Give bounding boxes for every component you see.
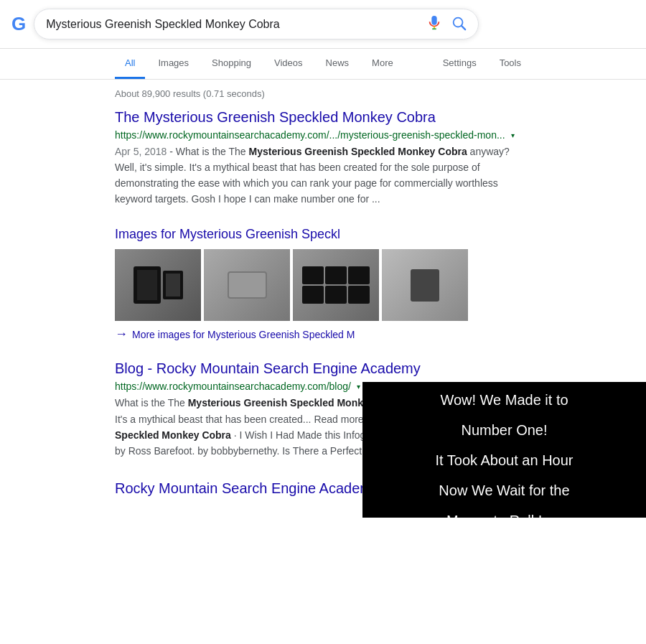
result-snippet-text: - What is the The Mysterious Greenish Sp… — [115, 146, 510, 205]
dropdown-arrow-blog-icon[interactable]: ▾ — [357, 383, 360, 391]
image-thumb-4[interactable] — [382, 249, 468, 321]
video-line-4: Now We Wait for the — [436, 480, 574, 501]
video-line-5: Money to Roll In... — [436, 510, 574, 518]
results-count: About 89,900 results (0.71 seconds) — [0, 80, 646, 108]
nav-item-videos[interactable]: Videos — [264, 49, 313, 79]
svg-line-3 — [462, 26, 465, 29]
video-overlay: Wow! We Made it to Number One! It Took A… — [362, 382, 646, 518]
result-snippet: Apr 5, 2018 - What is the The Mysterious… — [115, 144, 531, 207]
table-row: The Mysterious Greenish Speckled Monkey … — [115, 108, 531, 207]
mic-icon[interactable] — [426, 15, 442, 33]
result-link-blog[interactable]: Blog - Rocky Mountain Search Engine Acad… — [115, 360, 421, 376]
arrow-right-icon: → — [115, 327, 128, 342]
result-url: https://www.rockymountainsearchacademy.c… — [115, 129, 531, 141]
images-section: Images for Mysterious Greenish Speckl — [115, 227, 531, 342]
image-thumb-3[interactable] — [293, 249, 379, 321]
nav-item-all[interactable]: All — [115, 49, 145, 79]
result-title: The Mysterious Greenish Speckled Monkey … — [115, 108, 531, 126]
more-images-link[interactable]: → More images for Mysterious Greenish Sp… — [115, 327, 531, 342]
images-section-title[interactable]: Images for Mysterious Greenish Speckl — [115, 227, 531, 242]
results-count-text: About 89,900 results (0.71 seconds) — [115, 88, 265, 99]
google-logo: G — [11, 13, 25, 35]
results-area: Wow! We Made it to Number One! It Took A… — [0, 108, 646, 498]
header: G Mysterious Greenish Speckled Monkey Co… — [0, 0, 646, 49]
video-line-2: Number One! — [436, 419, 574, 441]
more-images-text: More images for Mysterious Greenish Spec… — [132, 329, 355, 340]
nav-item-more[interactable]: More — [362, 49, 403, 79]
video-line-3: It Took About an Hour — [436, 449, 574, 471]
video-line-1: Wow! We Made it to — [436, 389, 574, 411]
image-thumb-1[interactable] — [115, 249, 201, 321]
result-url-blog-text: https://www.rockymountainsearchacademy.c… — [115, 381, 351, 392]
search-icons — [426, 15, 467, 33]
nav-item-shopping[interactable]: Shopping — [202, 49, 261, 79]
nav-item-news[interactable]: News — [316, 49, 360, 79]
result-date: Apr 5, 2018 — [115, 146, 167, 157]
search-bar: Mysterious Greenish Speckled Monkey Cobr… — [34, 9, 479, 39]
images-row — [115, 249, 531, 321]
search-submit-icon[interactable] — [451, 15, 467, 33]
search-nav: All Images Shopping Videos News More Set… — [0, 49, 646, 80]
video-overlay-text: Wow! We Made it to Number One! It Took A… — [421, 375, 588, 518]
image-thumb-2[interactable] — [204, 249, 290, 321]
dropdown-arrow-icon[interactable]: ▾ — [511, 131, 515, 139]
nav-item-images[interactable]: Images — [148, 49, 199, 79]
nav-item-settings[interactable]: Settings — [433, 49, 487, 79]
result-link[interactable]: The Mysterious Greenish Speckled Monkey … — [115, 109, 436, 125]
nav-right: Settings Tools — [433, 49, 531, 79]
result-url-text: https://www.rockymountainsearchacademy.c… — [115, 129, 505, 141]
search-input[interactable]: Mysterious Greenish Speckled Monkey Cobr… — [46, 18, 426, 31]
nav-item-tools[interactable]: Tools — [490, 49, 531, 79]
